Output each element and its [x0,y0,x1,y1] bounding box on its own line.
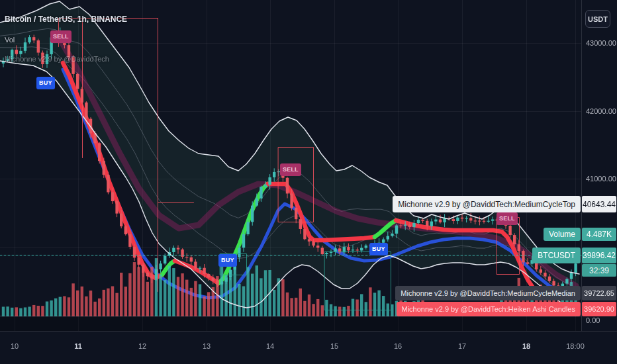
time-tick: 18 [522,342,530,350]
time-tick: 13 [203,342,211,350]
cycle-median-label: Michonne v2.9 by @DaviddTech:MediumCycle… [395,286,581,300]
chart-legend: Bitcoin / TetherUS, 1h, BINANCE Vol Mich… [5,15,127,63]
cycle-top-value: 40643.44 [582,196,616,212]
volume-axis-label: Volume [544,228,581,241]
heiken-ashi-label: Michonne v2.9 by @DaviddTech:Heiken Ashi… [397,302,581,316]
buy-signal-badge: BUY [36,77,55,89]
time-tick: 11 [74,342,82,350]
volume-indicator-label[interactable]: Vol [5,36,127,44]
buy-signal-badge: BUY [218,254,237,267]
bar-countdown-value: 32:39 [582,264,616,277]
symbol-axis-label: BTCUSDT [532,248,581,263]
cycle-median-value: 39722.65 [582,286,616,300]
price-tick: 41000.00 [586,175,616,183]
sell-signal-badge: SELL [280,163,301,176]
last-price-value: 39896.42 [582,248,616,263]
currency-toggle-button[interactable]: USDT [585,10,610,28]
price-axis-divider[interactable] [581,0,582,331]
price-tick: 43000.00 [586,40,616,47]
time-tick: 16 [394,342,402,350]
tradingview-chart-window: Bitcoin / TetherUS, 1h, BINANCE Vol Mich… [0,0,617,364]
time-tick: 12 [138,342,146,350]
price-tick: 42000.00 [586,108,616,115]
cycle-top-label: Michonne v2.9 by @DaviddTech:MediumCycle… [393,196,581,212]
buy-signal-badge: BUY [369,243,388,255]
price-tick: 0.00 [586,317,600,324]
sell-signal-badge: SELL [497,212,518,225]
time-tick: 10 [11,342,19,350]
time-tick: 18:00 [566,342,585,350]
time-axis-divider[interactable] [0,331,617,332]
michonne-indicator-label[interactable]: Michonne v2.9 by @DaviddTech [5,55,127,63]
volume-axis-value: 4.487K [582,228,616,241]
symbol-title[interactable]: Bitcoin / TetherUS, 1h, BINANCE [5,15,127,24]
time-tick: 17 [458,342,466,350]
heiken-ashi-value: 39620.90 [582,302,616,316]
time-tick: 15 [330,342,338,350]
time-tick: 14 [266,342,274,350]
